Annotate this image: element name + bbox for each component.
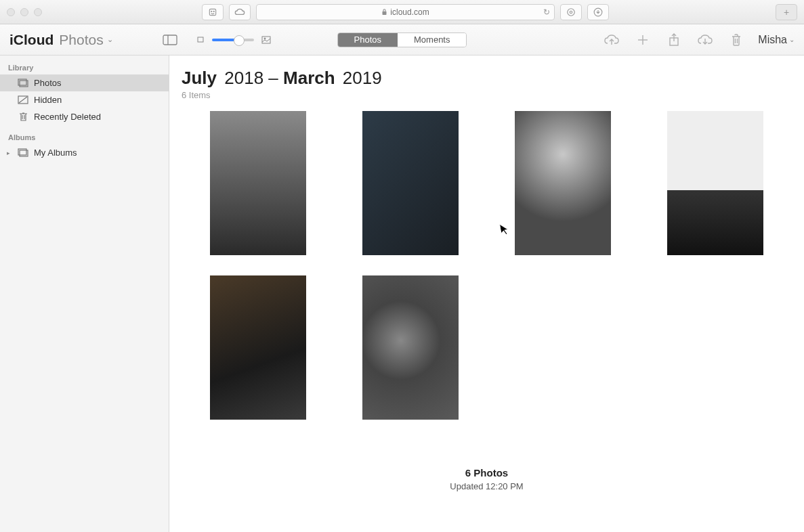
svg-rect-0 bbox=[209, 9, 215, 15]
svg-rect-3 bbox=[383, 12, 387, 15]
item-count: 6 Items bbox=[182, 90, 792, 100]
upload-button[interactable] bbox=[602, 30, 621, 49]
minimize-window-button[interactable] bbox=[20, 8, 28, 16]
new-tab-button[interactable]: + bbox=[776, 4, 797, 20]
sidebar-item-my-albums[interactable]: My Albums bbox=[0, 144, 169, 161]
traffic-lights bbox=[7, 8, 42, 16]
app-title[interactable]: iCloud Photos ⌄ bbox=[9, 32, 113, 48]
date-range-title: July 2018 – March 2019 bbox=[182, 68, 792, 89]
hidden-icon bbox=[18, 95, 28, 105]
svg-point-4 bbox=[568, 8, 575, 16]
privacy-report-button[interactable] bbox=[202, 4, 224, 20]
sidebar-item-label: Photos bbox=[34, 78, 61, 88]
photo-thumbnail[interactable] bbox=[210, 275, 306, 420]
photo-thumbnail[interactable] bbox=[210, 111, 306, 255]
sidebar: Library Photos Hidden Recently Deleted A… bbox=[0, 56, 169, 532]
tab-photos[interactable]: Photos bbox=[338, 33, 398, 47]
photo-thumbnail[interactable] bbox=[667, 111, 763, 255]
photo-thumbnail[interactable] bbox=[515, 111, 611, 255]
sidebar-item-label: My Albums bbox=[34, 148, 77, 158]
view-segmented-control: Photos Moments bbox=[337, 32, 467, 47]
password-button[interactable] bbox=[560, 4, 582, 20]
browser-chrome: icloud.com ↻ + bbox=[0, 0, 804, 24]
icloud-button[interactable] bbox=[229, 4, 251, 20]
sidebar-toggle-button[interactable] bbox=[161, 30, 179, 49]
app-title-bold: iCloud bbox=[9, 32, 54, 48]
tab-moments[interactable]: Moments bbox=[398, 33, 466, 47]
reload-icon[interactable]: ↻ bbox=[543, 7, 550, 17]
url-text: icloud.com bbox=[390, 7, 429, 17]
sidebar-item-recently-deleted[interactable]: Recently Deleted bbox=[0, 108, 169, 125]
svg-rect-7 bbox=[163, 35, 177, 45]
share-button[interactable] bbox=[664, 30, 683, 49]
maximize-window-button[interactable] bbox=[34, 8, 42, 16]
sidebar-item-label: Recently Deleted bbox=[34, 112, 101, 122]
sidebar-item-photos[interactable]: Photos bbox=[0, 74, 169, 91]
trash-icon bbox=[18, 112, 28, 122]
sidebar-item-hidden[interactable]: Hidden bbox=[0, 91, 169, 108]
sidebar-header-albums: Albums bbox=[0, 129, 169, 144]
chevron-down-icon: ⌄ bbox=[107, 35, 113, 44]
zoom-slider[interactable] bbox=[212, 39, 254, 41]
download-button[interactable] bbox=[696, 30, 715, 49]
svg-line-20 bbox=[19, 97, 27, 103]
svg-point-2 bbox=[213, 11, 214, 12]
sidebar-item-label: Hidden bbox=[34, 95, 62, 105]
footer-photo-count: 6 Photos bbox=[182, 467, 792, 479]
user-menu[interactable]: Misha ⌄ bbox=[758, 34, 795, 46]
footer-info: 6 Photos Updated 12:20 PM bbox=[182, 467, 792, 491]
svg-rect-9 bbox=[198, 37, 203, 42]
user-name: Misha bbox=[758, 34, 787, 46]
chevron-down-icon: ⌄ bbox=[789, 36, 795, 43]
app-title-light: Photos bbox=[59, 32, 103, 48]
zoom-in-icon[interactable] bbox=[261, 30, 272, 49]
add-button[interactable] bbox=[633, 30, 652, 49]
zoom-out-icon[interactable] bbox=[196, 30, 205, 49]
album-icon bbox=[18, 148, 28, 158]
photos-icon bbox=[18, 79, 28, 88]
delete-button[interactable] bbox=[727, 30, 746, 49]
photo-grid bbox=[182, 111, 792, 420]
svg-point-5 bbox=[570, 11, 572, 14]
close-window-button[interactable] bbox=[7, 8, 15, 16]
lock-icon bbox=[381, 8, 387, 16]
photo-thumbnail[interactable] bbox=[362, 111, 459, 255]
svg-point-1 bbox=[211, 11, 212, 12]
app-toolbar: iCloud Photos ⌄ Photos Moments bbox=[0, 24, 804, 56]
footer-updated: Updated 12:20 PM bbox=[182, 481, 792, 491]
photo-thumbnail[interactable] bbox=[362, 275, 459, 420]
main-content: July 2018 – March 2019 6 Items 6 Photos … bbox=[169, 56, 804, 532]
sidebar-header-library: Library bbox=[0, 60, 169, 74]
downloads-button[interactable] bbox=[587, 4, 609, 20]
svg-point-11 bbox=[264, 38, 266, 39]
address-bar[interactable]: icloud.com ↻ bbox=[256, 4, 555, 20]
